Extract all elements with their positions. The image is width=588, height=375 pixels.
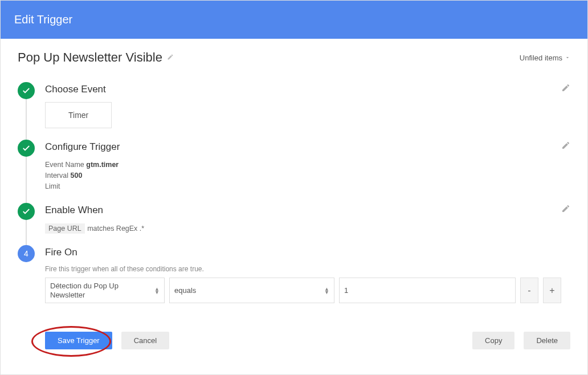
panel-content: Pop Up Newsletter Visible Unfiled items [1,39,587,361]
check-icon [22,207,31,216]
step-body: Enable When Page URL matches RegEx .* [45,203,570,234]
interval-value: 500 [70,172,82,180]
trigger-name: Pop Up Newsletter Visible [18,50,174,65]
operator-select[interactable]: equals ▲▼ [169,278,334,303]
edit-step-icon[interactable] [561,204,570,215]
value-input[interactable] [344,286,511,295]
step-body: Fire On Fire this trigger when all of th… [45,245,570,303]
step-badge-done [18,203,35,220]
variable-select[interactable]: Détection du Pop Up Newsletter ▲▼ [45,278,165,303]
footer-right: Copy Delete [472,332,570,349]
folder-label: Unfiled items [520,54,562,62]
limit-label: Limit [45,182,60,190]
step-connector [26,157,27,203]
step-choose-event: Choose Event Timer [18,82,570,128]
edit-step-icon[interactable] [561,83,570,95]
event-type-box[interactable]: Timer [45,102,112,128]
select-caret-icon: ▲▼ [152,287,160,295]
condition-text: matches RegEx .* [87,225,144,233]
condition-row: Détection du Pop Up Newsletter ▲▼ equals… [45,278,570,303]
variable-select-value: Détection du Pop Up Newsletter [50,282,152,299]
check-icon [22,144,31,153]
edit-name-icon[interactable] [167,53,174,62]
event-name-label: Event Name [45,161,84,169]
title-row: Pop Up Newsletter Visible Unfiled items [18,50,570,65]
steps-list: Choose Event Timer Configure Trigger [18,82,570,303]
step-badge-active: 4 [18,245,35,262]
delete-button[interactable]: Delete [524,332,570,349]
remove-condition-button[interactable]: - [520,278,538,303]
step-connector [26,220,27,245]
step-fire-on: 4 Fire On Fire this trigger when all of … [18,245,570,303]
step-configure-trigger: Configure Trigger Event Name gtm.timer I… [18,140,570,191]
copy-button[interactable]: Copy [472,332,514,349]
step-title: Choose Event [45,84,570,95]
step-enable-when: Enable When Page URL matches RegEx .* [18,203,570,234]
fire-hint: Fire this trigger when all of these cond… [45,265,570,273]
save-trigger-button[interactable]: Save Trigger [45,332,112,349]
variable-chip: Page URL [45,223,85,234]
interval-label: Interval [45,172,68,180]
event-name-value: gtm.timer [86,161,119,169]
select-caret-icon: ▲▼ [322,287,329,295]
panel-header: Edit Trigger [1,1,587,39]
config-summary: Event Name gtm.timer Interval 500 Limit [45,160,570,191]
operator-select-value: equals [174,286,196,295]
check-icon [22,86,31,95]
step-connector [26,99,27,140]
step-badge-done [18,82,35,99]
step-body: Configure Trigger Event Name gtm.timer I… [45,140,570,191]
add-condition-button[interactable]: + [543,278,561,303]
step-title: Fire On [45,247,570,258]
trigger-name-text: Pop Up Newsletter Visible [18,50,162,65]
value-input-wrap [339,278,516,303]
edit-step-icon[interactable] [561,141,570,152]
step-body: Choose Event Timer [45,82,570,128]
step-title: Enable When [45,205,570,216]
step-title: Configure Trigger [45,141,570,153]
panel-title: Edit Trigger [14,13,72,26]
enable-condition: Page URL matches RegEx .* [45,223,570,234]
step-badge-done [18,140,35,157]
chevron-down-icon [565,55,570,60]
cancel-button[interactable]: Cancel [121,332,169,349]
folder-dropdown[interactable]: Unfiled items [520,54,570,62]
edit-trigger-panel: Edit Trigger Pop Up Newsletter Visible U… [0,0,588,375]
footer-actions: Save Trigger Cancel Copy Delete [18,332,570,349]
